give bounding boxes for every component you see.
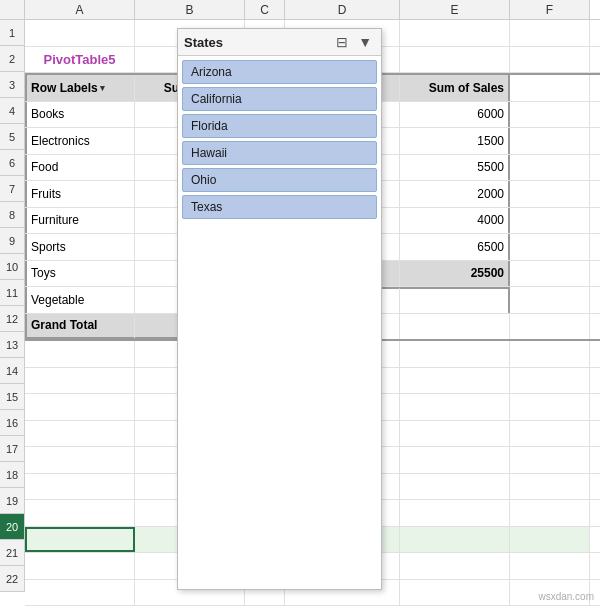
cell-e8[interactable]: 4000: [400, 208, 510, 234]
row-num-20: 20: [0, 514, 25, 540]
row-num-16: 16: [0, 410, 25, 436]
col-header-c: C: [245, 0, 285, 19]
row-num-7: 7: [0, 176, 25, 202]
cell-a12-grand-total: Grand Total: [25, 314, 135, 340]
cell-a22[interactable]: [25, 580, 135, 606]
row-num-4: 4: [0, 98, 25, 124]
cell-f15[interactable]: [510, 394, 590, 420]
cell-f8[interactable]: [510, 208, 590, 234]
cell-a15[interactable]: [25, 394, 135, 420]
cell-a20[interactable]: [25, 527, 135, 553]
cell-e1[interactable]: [400, 20, 510, 46]
row-num-6: 6: [0, 150, 25, 176]
cell-e15[interactable]: [400, 394, 510, 420]
cell-a14[interactable]: [25, 368, 135, 394]
slicer-item-arizona[interactable]: Arizona: [182, 60, 377, 84]
cell-f16[interactable]: [510, 421, 590, 447]
col-header-b: B: [135, 0, 245, 19]
cell-a6[interactable]: Food: [25, 155, 135, 181]
cell-a3-header[interactable]: Row Labels ▾: [25, 75, 135, 101]
cell-f6[interactable]: [510, 155, 590, 181]
cell-e5[interactable]: 1500: [400, 128, 510, 154]
cell-e19[interactable]: [400, 500, 510, 526]
cell-a8[interactable]: Furniture: [25, 208, 135, 234]
row-num-15: 15: [0, 384, 25, 410]
slicer-filter-icon[interactable]: ▼: [355, 33, 375, 51]
cell-f9[interactable]: [510, 234, 590, 260]
cell-e9[interactable]: 6500: [400, 234, 510, 260]
cell-a16[interactable]: [25, 421, 135, 447]
cell-a17[interactable]: [25, 447, 135, 473]
cell-f5[interactable]: [510, 128, 590, 154]
cell-f13[interactable]: [510, 341, 590, 367]
row-num-19: 19: [0, 488, 25, 514]
cell-f12[interactable]: [510, 314, 590, 340]
row-num-8: 8: [0, 202, 25, 228]
cell-a10[interactable]: Toys: [25, 261, 135, 287]
watermark: wsxdan.com: [538, 591, 594, 602]
cell-e14[interactable]: [400, 368, 510, 394]
slicer-items: Arizona California Florida Hawaii Ohio T…: [178, 56, 381, 223]
cell-f11[interactable]: [510, 287, 590, 313]
cell-f17[interactable]: [510, 447, 590, 473]
row-num-2: 2: [0, 46, 25, 72]
slicer-title: States: [184, 35, 223, 50]
row-num-11: 11: [0, 280, 25, 306]
slicer-header-icons: ⊟ ▼: [333, 33, 375, 51]
slicer-item-california[interactable]: California: [182, 87, 377, 111]
cell-a11[interactable]: Vegetable: [25, 287, 135, 313]
slicer-item-texas[interactable]: Texas: [182, 195, 377, 219]
cell-e12[interactable]: [400, 314, 510, 340]
cell-e21[interactable]: [400, 553, 510, 579]
cell-e18[interactable]: [400, 474, 510, 500]
cell-a19[interactable]: [25, 500, 135, 526]
cell-e7[interactable]: 2000: [400, 181, 510, 207]
cell-f3[interactable]: [510, 75, 590, 101]
spreadsheet: A B C D E F 1 2 3 4 5 6 7 8 9 10 11 12 1…: [0, 0, 600, 606]
pivot1-col1-label: Row Labels: [31, 81, 98, 95]
corner-cell: [0, 0, 25, 19]
pivot2-col2-label: Sum of Sales: [429, 81, 504, 95]
cell-f10[interactable]: [510, 261, 590, 287]
cell-f19[interactable]: [510, 500, 590, 526]
pivot1-dropdown-icon[interactable]: ▾: [100, 83, 105, 93]
row-num-22: 22: [0, 566, 25, 592]
cell-f7[interactable]: [510, 181, 590, 207]
cell-a13[interactable]: [25, 341, 135, 367]
col-header-f: F: [510, 0, 590, 19]
cell-a4[interactable]: Books: [25, 102, 135, 128]
cell-e4[interactable]: 6000: [400, 102, 510, 128]
cell-f20[interactable]: [510, 527, 590, 553]
cell-a21[interactable]: [25, 553, 135, 579]
cell-e10-grand-total: 25500: [400, 261, 510, 287]
cell-a5[interactable]: Electronics: [25, 128, 135, 154]
cell-a9[interactable]: Sports: [25, 234, 135, 260]
cell-f21[interactable]: [510, 553, 590, 579]
cell-e13[interactable]: [400, 341, 510, 367]
cell-e6[interactable]: 5500: [400, 155, 510, 181]
cell-e20[interactable]: [400, 527, 510, 553]
cell-f1[interactable]: [510, 20, 590, 46]
row-num-14: 14: [0, 358, 25, 384]
cell-e11[interactable]: [400, 287, 510, 313]
slicer-item-hawaii[interactable]: Hawaii: [182, 141, 377, 165]
row-num-12: 12: [0, 306, 25, 332]
col-header-d: D: [285, 0, 400, 19]
slicer-item-florida[interactable]: Florida: [182, 114, 377, 138]
cell-f4[interactable]: [510, 102, 590, 128]
cell-e22[interactable]: [400, 580, 510, 606]
slicer-item-ohio[interactable]: Ohio: [182, 168, 377, 192]
states-slicer[interactable]: States ⊟ ▼ Arizona California Florida Ha…: [177, 28, 382, 590]
cell-a7[interactable]: Fruits: [25, 181, 135, 207]
cell-a1[interactable]: [25, 20, 135, 46]
cell-f14[interactable]: [510, 368, 590, 394]
cell-e16[interactable]: [400, 421, 510, 447]
slicer-header: States ⊟ ▼: [178, 29, 381, 56]
cell-f18[interactable]: [510, 474, 590, 500]
cell-f2[interactable]: [510, 47, 590, 73]
row-num-10: 10: [0, 254, 25, 280]
cell-e17[interactable]: [400, 447, 510, 473]
slicer-sort-icon[interactable]: ⊟: [333, 33, 351, 51]
cell-a18[interactable]: [25, 474, 135, 500]
row-numbers: 1 2 3 4 5 6 7 8 9 10 11 12 13 14 15 16 1…: [0, 20, 25, 606]
